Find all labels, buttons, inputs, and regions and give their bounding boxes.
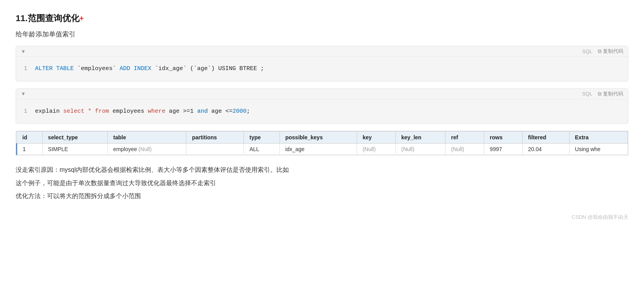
line-num-2: 1: [24, 108, 27, 114]
cell-rows: 9997: [484, 144, 523, 155]
code-star: *: [88, 108, 91, 115]
copy-button-2[interactable]: ⧉ 复制代码: [598, 90, 623, 97]
cell-select-type: SIMPLE: [42, 144, 108, 155]
table-row: 1 SIMPLE employee (Null) ALL idx_age (Nu…: [17, 144, 628, 155]
col-filtered: filtered: [522, 132, 569, 144]
collapse-arrow-1[interactable]: ▼: [21, 49, 26, 54]
cell-partitions: [186, 144, 244, 155]
subtitle: 给年龄添加单值索引: [16, 30, 628, 39]
code-index-name: `idx_age`: [155, 65, 187, 72]
code-alter: ALTER TABLE: [35, 65, 77, 72]
cell-filtered: 20.04: [522, 144, 569, 155]
code-block-2: ▼ SQL ⧉ 复制代码 1explain select * from empl…: [16, 88, 628, 124]
col-table: table: [108, 132, 186, 144]
table-header-row: id select_type table partitions type pos…: [17, 132, 628, 144]
result-table: id select_type table partitions type pos…: [16, 131, 628, 155]
cell-extra: Using whe: [569, 144, 628, 155]
description-section: 没走索引原因：mysql内部优化器会根据检索比例、表大小等多个因素整体评估是否使…: [16, 164, 628, 202]
result-table-wrapper: id select_type table partitions type pos…: [16, 131, 628, 155]
col-id: id: [17, 132, 43, 144]
line-num-1: 1: [24, 65, 27, 72]
copy-label-2: 复制代码: [603, 90, 623, 97]
col-select-type: select_type: [42, 132, 108, 144]
footer-brand: CSDN @我命由我不由天: [16, 214, 628, 221]
col-key-len: key_len: [396, 132, 446, 144]
cell-possible-keys: idx_age: [280, 144, 357, 155]
cell-partitions-null: (Null): [139, 146, 152, 152]
code-age-gte: age >=: [169, 108, 190, 115]
code-body-1: 1ALTER TABLE `employees` ADD INDEX `idx_…: [16, 57, 628, 81]
col-extra: Extra: [569, 132, 628, 144]
cell-type: ALL: [244, 144, 280, 155]
code-paren-open: (: [187, 65, 194, 72]
code-add-index: ADD INDEX: [116, 65, 155, 72]
code-block-2-header: ▼ SQL ⧉ 复制代码: [16, 89, 628, 99]
code-val-1: 1: [190, 108, 194, 115]
col-rows: rows: [484, 132, 523, 144]
desc-line-3: 优化方法：可以将大的范围拆分成多个小范围: [16, 190, 628, 202]
cell-ref: (Null): [446, 144, 484, 155]
code-block-2-actions: SQL ⧉ 复制代码: [582, 90, 623, 97]
code-block-1-actions: SQL ⧉ 复制代码: [582, 48, 623, 55]
page-title: 11.范围查询优化+: [16, 13, 628, 24]
sql-label-2: SQL: [582, 91, 592, 97]
code-from: from: [95, 108, 109, 115]
desc-line-2: 这个例子，可能是由于单次数据量查询过大导致优化器最终选择不走索引: [16, 177, 628, 189]
cell-table: employee (Null): [108, 144, 186, 155]
table-head: id select_type table partitions type pos…: [17, 132, 628, 144]
code-using: ) USING BTREE ;: [211, 65, 264, 72]
code-select: select: [63, 108, 84, 115]
cell-key: (Null): [357, 144, 396, 155]
code-employees2: employees: [113, 108, 144, 115]
code-where: where: [148, 108, 166, 115]
code-age-lte: age <=: [211, 108, 233, 115]
col-key: key: [357, 132, 396, 144]
col-partitions: partitions: [186, 132, 244, 144]
code-and: and: [197, 108, 208, 115]
copy-button-1[interactable]: ⧉ 复制代码: [598, 48, 623, 55]
code-col-age: `age`: [194, 65, 211, 72]
col-type: type: [244, 132, 280, 144]
code-body-2: 1explain select * from employees where a…: [16, 99, 628, 124]
sql-label-1: SQL: [582, 49, 592, 54]
red-cursor-dot: +: [79, 14, 84, 23]
copy-label-1: 复制代码: [603, 48, 623, 55]
desc-line-1: 没走索引原因：mysql内部优化器会根据检索比例、表大小等多个因素整体评估是否使…: [16, 164, 628, 176]
table-body: 1 SIMPLE employee (Null) ALL idx_age (Nu…: [17, 144, 628, 155]
collapse-arrow-2[interactable]: ▼: [21, 91, 26, 97]
code-semicolon: ;: [247, 108, 250, 115]
code-block-1-header: ▼ SQL ⧉ 复制代码: [16, 46, 628, 57]
code-val-2000: 2000: [233, 108, 247, 115]
cell-id: 1: [17, 144, 43, 155]
col-possible-keys: possible_keys: [280, 132, 357, 144]
title-text: 范围查询优化: [28, 13, 79, 23]
title-number: 11.: [16, 13, 28, 23]
code-explain: explain: [35, 108, 60, 115]
cell-key-len: (Null): [396, 144, 446, 155]
copy-icon-1: ⧉: [598, 48, 601, 54]
footer-brand-text: CSDN @我命由我不由天: [572, 214, 628, 220]
code-block-1: ▼ SQL ⧉ 复制代码 1ALTER TABLE `employees` AD…: [16, 46, 628, 81]
col-ref: ref: [446, 132, 484, 144]
code-table-name: `employees`: [77, 65, 116, 72]
copy-icon-2: ⧉: [598, 91, 601, 97]
